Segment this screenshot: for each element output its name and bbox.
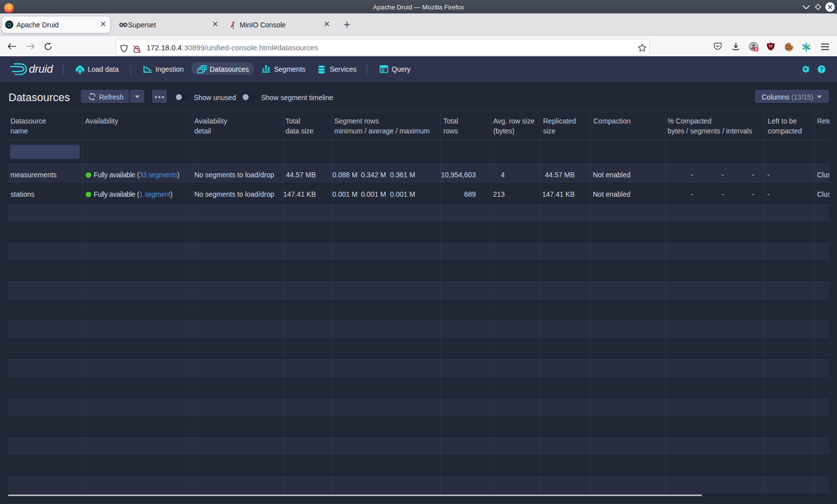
svg-text:?: ? bbox=[820, 66, 823, 72]
